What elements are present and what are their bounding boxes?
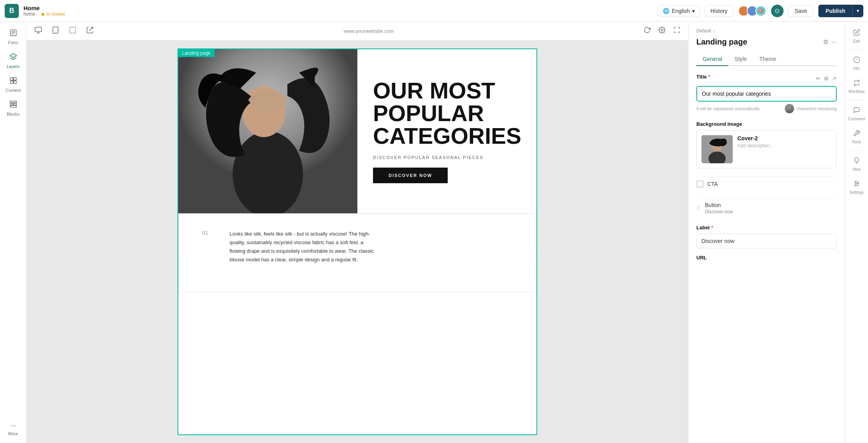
far-right-item-info[interactable]: Info	[846, 52, 867, 75]
label-input[interactable]	[696, 234, 837, 248]
cta-label: CTA	[707, 181, 718, 187]
sidebar-item-layers[interactable]: Layers	[2, 50, 25, 72]
far-right-sidebar: Edit Info Workflow Comment Tools	[845, 22, 868, 443]
sidebar-label-more: More	[8, 431, 18, 436]
button-label: Button	[705, 202, 733, 208]
far-right-item-tools[interactable]: Tools	[846, 126, 867, 148]
drag-handle-icon[interactable]: ⠿	[696, 205, 700, 211]
sidebar-item-content[interactable]: Content	[2, 73, 25, 96]
svg-rect-10	[10, 104, 13, 105]
canvas-scroll[interactable]: Landing page	[27, 41, 688, 443]
language-button[interactable]: 🌐 English ▾	[658, 5, 700, 17]
far-right-item-comment[interactable]: Comment	[846, 103, 867, 125]
cta-checkbox[interactable]	[696, 180, 703, 188]
canvas-url: www.yourwebsite.com	[102, 28, 636, 34]
title-field-icons: ✏ ⚙ ↗	[816, 75, 837, 82]
fullscreen-icon[interactable]	[672, 25, 682, 37]
chevron-down-icon: ▾	[857, 8, 859, 14]
tab-style[interactable]: Style	[728, 53, 753, 66]
content-icon	[9, 77, 17, 86]
content-number: 01	[202, 230, 214, 236]
hero-image	[178, 49, 357, 213]
tablet-view-icon[interactable]	[50, 25, 61, 38]
in-review-status: ◆ In review	[41, 11, 65, 17]
hero-content: OUR MOST POPULAR CATEGORIES DISCOVER POP…	[357, 49, 536, 213]
label-required-star: *	[711, 225, 713, 230]
desktop-view-icon[interactable]	[33, 25, 44, 38]
edit-icon	[853, 29, 860, 38]
landing-page-label: Landing page	[178, 49, 215, 57]
far-right-divider-2	[850, 100, 864, 100]
panel-title-icons: ⚙ ···	[823, 38, 837, 46]
export-icon[interactable]	[84, 25, 95, 38]
breadcrumb-arrow: ›	[714, 29, 715, 33]
title-field-label: Title *	[696, 74, 710, 80]
settings-gear-icon[interactable]: ⚙	[823, 38, 829, 46]
svg-point-25	[786, 110, 793, 113]
idea-icon	[853, 157, 860, 166]
title-label-row: Title * ✏ ⚙ ↗	[696, 74, 837, 83]
left-sidebar: Form Layers Content Blocks ··· More	[0, 22, 27, 443]
far-right-item-workflow[interactable]: Workflow	[846, 75, 867, 98]
form-icon	[9, 29, 17, 39]
layers-icon	[9, 53, 17, 63]
hero-cta-button[interactable]: DISCOVER NOW	[373, 168, 448, 183]
svg-point-39	[855, 185, 856, 186]
sidebar-label-content: Content	[5, 88, 21, 93]
button-row: ⠿ Button Discover now	[696, 198, 837, 218]
publish-dropdown-button[interactable]: ▾	[852, 5, 863, 17]
panel-tabs: General Style Theme	[696, 53, 837, 66]
svg-rect-8	[13, 81, 16, 84]
main-layout: Form Layers Content Blocks ··· More	[0, 22, 868, 443]
record-icon-button[interactable]: ⊙	[771, 5, 784, 17]
svg-rect-7	[10, 81, 13, 84]
button-section: ⠿ Button Discover now	[696, 198, 837, 218]
edit-pen-icon[interactable]: ✏	[816, 75, 821, 82]
svg-line-19	[89, 27, 93, 31]
hero-title: OUR MOST POPULAR CATEGORIES	[373, 79, 521, 147]
bg-image-card[interactable]: Cover-2 Add description...	[696, 130, 837, 168]
hero-section: OUR MOST POPULAR CATEGORIES DISCOVER POP…	[178, 49, 536, 214]
topbar: B Home home · ◆ In review 🌐 English ▾ Hi…	[0, 0, 868, 22]
sidebar-label-layers: Layers	[7, 64, 20, 69]
cta-row: CTA	[696, 176, 837, 191]
svg-rect-11	[13, 104, 16, 105]
svg-point-37	[855, 181, 856, 182]
history-button[interactable]: History	[705, 5, 733, 17]
publish-button[interactable]: Publish	[818, 5, 852, 17]
content-section: 01 Looks like silk, feels like silk - bu…	[178, 214, 536, 292]
settings-icon[interactable]: ⚙	[824, 75, 829, 82]
title-input[interactable]	[696, 86, 837, 102]
link-icon[interactable]: ↗	[832, 75, 837, 82]
panel-title: Landing page	[696, 38, 747, 46]
settings-icon[interactable]	[657, 25, 667, 37]
sidebar-item-form[interactable]: Form	[2, 26, 25, 48]
page-slug: home	[23, 11, 35, 17]
save-button[interactable]: Save	[788, 5, 814, 17]
page-title: Home	[23, 5, 65, 11]
tab-general[interactable]: General	[696, 53, 728, 66]
chevron-down-icon: ▾	[692, 8, 695, 14]
sidebar-item-more[interactable]: ··· More	[2, 418, 25, 439]
more-options-icon[interactable]: ···	[832, 39, 837, 46]
far-right-item-edit[interactable]: Edit	[846, 25, 867, 47]
page-info: Home home · ◆ In review	[23, 5, 65, 17]
tab-theme[interactable]: Theme	[753, 53, 783, 66]
right-panel: Default › Landing page ⚙ ··· General Sty…	[688, 22, 845, 443]
svg-rect-5	[10, 78, 13, 80]
sidebar-item-blocks[interactable]: Blocks	[2, 97, 25, 120]
info-icon	[853, 56, 860, 65]
selection-tool-icon[interactable]	[67, 25, 78, 38]
title-field-section: Title * ✏ ⚙ ↗ It will be capitalized aut…	[696, 74, 837, 113]
user-avatar-hint	[785, 104, 794, 113]
canvas-frame: Landing page	[178, 48, 537, 435]
refresh-icon[interactable]	[642, 25, 652, 37]
avatar-3: 🎯	[755, 5, 766, 16]
far-right-item-idea[interactable]: Idea	[846, 153, 867, 175]
hero-subtitle: DISCOVER POPULAR SEASONAL PIECES	[373, 155, 483, 160]
sidebar-label-form: Form	[8, 40, 18, 45]
far-right-item-settings[interactable]: Settings	[846, 176, 867, 198]
publish-wrap: Publish ▾	[818, 5, 863, 17]
settings-cog-icon	[853, 180, 860, 189]
svg-rect-9	[10, 101, 16, 103]
